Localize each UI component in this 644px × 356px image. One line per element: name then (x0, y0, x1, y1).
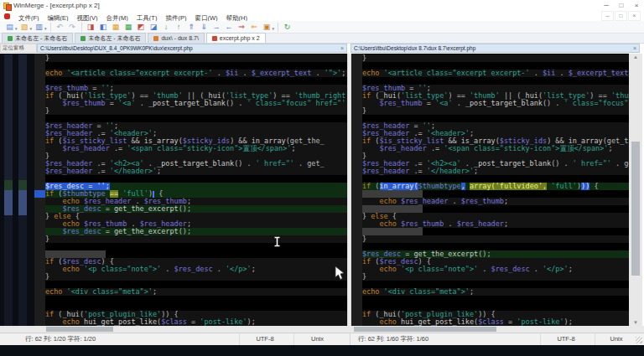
code-token: () . (234, 160, 256, 168)
minimize-icon[interactable]: ─ (599, 1, 614, 11)
undo-icon[interactable]: ↶ (55, 22, 65, 33)
copy-left-advance-icon[interactable]: ⇐ (249, 22, 260, 33)
vertical-scrollbar-thumb[interactable] (631, 142, 640, 276)
code-token: = (101, 228, 114, 235)
tab-2[interactable]: dux\ - dux 8.7\ (148, 33, 204, 43)
code-token: if (362, 137, 371, 145)
code-token: $res_header (62, 145, 109, 152)
right-horizontal-scrollbar[interactable] (351, 326, 629, 333)
code-token: . (555, 70, 568, 77)
show-different-icon[interactable]: ▦ (123, 22, 134, 33)
code-token: . (530, 266, 543, 273)
code-token: else (54, 213, 70, 220)
options-icon[interactable]: ▣ (262, 22, 273, 33)
code-token: if (362, 258, 371, 266)
scroll-down-icon[interactable]: ▼ (629, 319, 642, 326)
prev-diff-icon[interactable]: ↑ (174, 22, 184, 33)
code-line: $res_desc = get_the_excerpt(); (362, 250, 629, 258)
maximize-icon[interactable]: □ (614, 1, 629, 11)
left-file-path-header[interactable]: C:\Users\itbu\Desktop\DUX_8.4_0PK9WK0PK\… (37, 44, 347, 53)
code-token: echo (379, 266, 396, 273)
show-left-unique-icon[interactable]: ◩ (136, 22, 147, 33)
missing-line-placeholder (362, 190, 629, 198)
left-hscroll-thumb[interactable] (46, 327, 113, 332)
compare-options-icon[interactable]: ◧ (98, 22, 109, 33)
chevron-down-icon[interactable]: ▾ (273, 26, 275, 31)
code-line: if ($thumbtype == 'full') { (45, 190, 347, 198)
right-editor-pane[interactable]: }echo '<article class="excerpt excerpt-'… (351, 54, 629, 326)
left-gutter (34, 54, 45, 326)
chevron-down-icon[interactable]: ▾ (15, 26, 18, 31)
tab-0[interactable]: 未命名左 - 未命名右 (2, 33, 73, 43)
code-token: in_array( (380, 183, 418, 190)
code-token: () . (543, 100, 564, 107)
open-file-icon[interactable]: ▧ (19, 22, 30, 33)
scroll-up-icon[interactable]: ▲ (629, 54, 642, 60)
last-diff-icon[interactable]: ⇓ (199, 22, 210, 33)
left-header-close-icon[interactable]: × (340, 45, 344, 51)
code-token: (); (179, 205, 191, 213)
copy-left-icon[interactable]: ← (224, 22, 235, 33)
code-token: $res_desc (362, 250, 401, 258)
code-token: if (45, 311, 54, 318)
right-header-close-icon[interactable]: × (633, 45, 636, 51)
mdi-restore-icon[interactable]: □ (615, 11, 627, 21)
copy-right-advance-icon[interactable]: ⇒ (236, 22, 247, 33)
right-hscroll-thumb[interactable] (354, 327, 496, 332)
code-token: _post_target_blank (148, 100, 226, 107)
refresh-compare-icon[interactable]: ◨ (86, 22, 96, 33)
location-column-left[interactable] (4, 54, 13, 326)
code-token: (get_the_ (603, 137, 629, 145)
right-file-path-header[interactable]: C:\Users\itbu\Desktop\dux 8.7\dux 8.7\ex… (351, 44, 640, 53)
redo-icon[interactable]: ↷ (67, 22, 78, 33)
code-line: echo $res_header . $res_thumb; (362, 198, 629, 205)
code-token: . (453, 100, 465, 107)
code-token: 'thumb' (153, 92, 183, 100)
code-token: .= (110, 145, 127, 152)
location-column-right[interactable] (18, 54, 27, 326)
code-token: = (101, 205, 114, 213)
left-eol-style: Unix (293, 333, 340, 345)
code-token (45, 318, 62, 326)
code-token: 'post-like' (200, 318, 247, 326)
mdi-close-icon[interactable]: × (628, 11, 641, 21)
code-token: if (45, 190, 54, 198)
chevron-down-icon[interactable]: ▾ (30, 26, 33, 31)
location-pane-header[interactable]: 定位窗格 (0, 44, 37, 53)
code-token (45, 145, 62, 152)
vertical-scrollbar[interactable]: ▲ ▼ (629, 54, 642, 326)
show-right-unique-icon[interactable]: ◪ (148, 22, 159, 33)
tab-1[interactable]: 未命名左 - 未命名右 (75, 33, 146, 43)
code-token: = (401, 250, 413, 258)
toolbar: ▤▾▧▾▥▾↶↷◨◧▦▦◩◪↓↑⇑⇓→←⇒⇐▣▾↻ (0, 21, 644, 34)
refresh-icon[interactable]: ↻ (282, 22, 293, 33)
save-icon[interactable]: ▥ (34, 22, 44, 33)
next-diff-icon[interactable]: ↓ (161, 22, 172, 33)
left-editor-pane[interactable]: }echo '<article class="excerpt excerpt-'… (34, 54, 347, 326)
code-line: echo '<p class="note">' . $res_desc . '<… (45, 266, 347, 273)
code-token: } (362, 235, 366, 243)
location-band (18, 180, 27, 190)
code-token: if (45, 92, 54, 100)
code-token: ' href="' (256, 160, 294, 168)
code-token: $res_thumb (62, 100, 105, 107)
tab-label: excerpt.php x 2 (220, 35, 260, 41)
code-line: echo '<article class="excerpt excerpt-' … (362, 70, 629, 77)
mdi-minimize-icon[interactable]: ─ (601, 11, 614, 21)
code-token: _post_target_blank (465, 100, 543, 107)
left-horizontal-scrollbar[interactable] (34, 326, 347, 333)
new-file-icon[interactable]: ▤ (4, 22, 15, 33)
resize-grip[interactable] (636, 337, 642, 343)
code-token: echo (62, 198, 79, 205)
close-icon[interactable]: × (629, 1, 644, 11)
code-line: } (362, 152, 629, 160)
location-pane[interactable] (0, 54, 34, 326)
tab-3[interactable]: excerpt.php x 2 (206, 33, 266, 43)
code-token: . (131, 198, 143, 205)
copy-right-icon[interactable]: → (211, 22, 222, 33)
show-identical-icon[interactable]: ▦ (111, 22, 122, 33)
first-diff-icon[interactable]: ⇑ (186, 22, 197, 33)
code-line: if ($res_desc) { (45, 258, 347, 266)
chevron-down-icon[interactable]: ▾ (44, 26, 47, 31)
code-token: ' class="focus" href="' (564, 100, 629, 107)
